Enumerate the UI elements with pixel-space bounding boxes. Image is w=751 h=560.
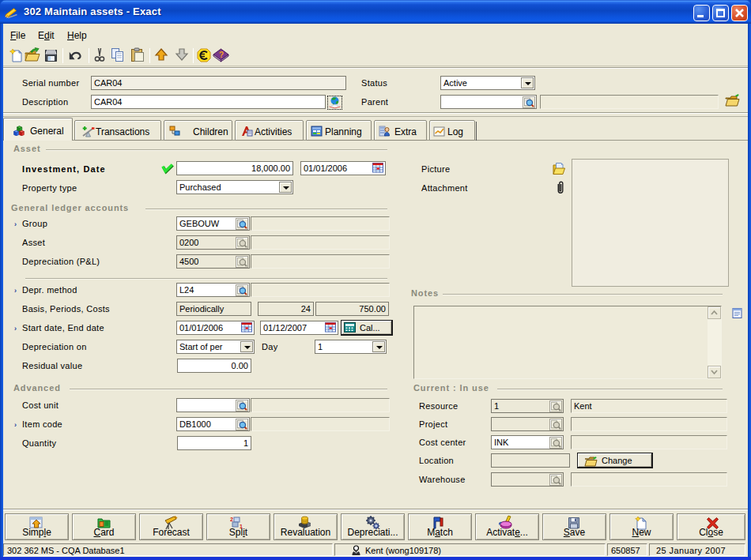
svg-text:?: ? xyxy=(219,51,224,59)
svg-text:2: 2 xyxy=(230,517,233,522)
